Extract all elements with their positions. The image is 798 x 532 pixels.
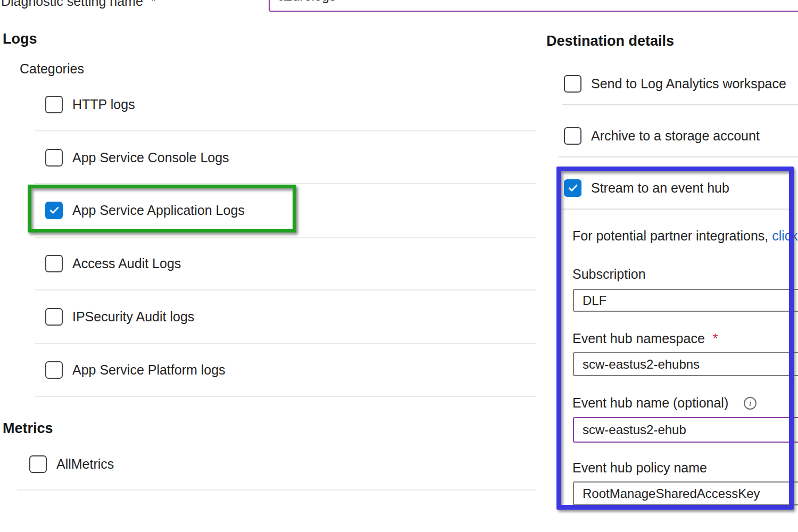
log-category-label: HTTP logs [72,97,135,112]
checkmark-icon [48,204,60,216]
checkbox-app-service-platform-logs[interactable] [45,361,63,379]
checkbox-ipsecurity-audit-logs[interactable] [45,308,63,326]
checkbox-access-audit-logs[interactable] [45,255,63,272]
subscription-value: DLF [583,293,606,308]
log-category-label: Access Audit Logs [72,256,181,271]
logs-heading: Logs [3,31,37,47]
destination-row-log-analytics: Send to Log Analytics workspace [564,74,786,93]
checkbox-stream-to-event-hub[interactable] [564,179,581,197]
metrics-row-allmetrics: AllMetrics [29,455,114,473]
checkbox-archive-to-storage[interactable] [564,127,581,145]
log-category-label: App Service Platform logs [72,362,226,378]
divider [35,343,536,344]
divider [35,237,536,238]
required-asterisk: * [151,0,156,9]
event-hub-policy-value: RootManageSharedAccessKey [583,486,760,501]
event-hub-namespace-select[interactable]: scw-eastus2-ehubns [573,352,798,376]
destination-row-event-hub: Stream to an event hub [564,179,729,197]
log-category-row-application-logs: App Service Application Logs [45,201,245,219]
required-asterisk: * [713,331,718,346]
checkbox-send-to-log-analytics[interactable] [564,75,581,93]
event-hub-name-label-text: Event hub name (optional) [572,395,728,410]
categories-label: Categories [20,61,84,77]
log-category-label: App Service Console Logs [72,150,229,165]
log-category-row-console-logs: App Service Console Logs [45,148,229,167]
diagnostic-setting-name-label-text: Diagnostic setting name [1,0,143,9]
metrics-label: AllMetrics [56,456,114,472]
divider [35,130,536,131]
event-hub-policy-name-label-text: Event hub policy name [572,460,707,475]
checkbox-http-logs[interactable] [45,96,63,113]
log-category-label: IPSecurity Audit logs [72,309,194,325]
diagnostic-settings-page: Diagnostic setting name * Logs Categorie… [0,0,798,532]
divider [17,489,536,491]
partner-integrations-text: For potential partner integrations, clic… [572,228,798,244]
log-category-label: App Service Application Logs [72,203,245,218]
event-hub-policy-name-label: Event hub policy name [572,460,707,476]
info-icon[interactable]: i [744,397,757,410]
event-hub-name-label: Event hub name (optional) [572,395,728,411]
destination-row-storage-account: Archive to a storage account [564,127,760,145]
log-category-row-platform-logs: App Service Platform logs [45,361,226,379]
subscription-label: Subscription [572,267,646,282]
divider [562,104,798,105]
event-hub-namespace-label-text: Event hub namespace [572,331,705,346]
diagnostic-setting-name-input[interactable] [269,0,798,12]
event-hub-name-select[interactable]: scw-eastus2-ehub [573,417,798,443]
divider [35,183,536,184]
diagnostic-setting-name-label: Diagnostic setting name * [1,0,156,9]
destination-option-label: Stream to an event hub [591,180,729,196]
info-icon-glyph: i [749,399,751,408]
checkbox-allmetrics[interactable] [29,455,47,473]
log-category-row-http-logs: HTTP logs [45,95,135,113]
subscription-label-text: Subscription [572,267,646,281]
divider [35,289,536,290]
checkbox-app-service-console-logs[interactable] [45,149,63,167]
log-category-row-access-audit-logs: Access Audit Logs [45,254,181,272]
subscription-select[interactable]: DLF [573,289,798,312]
event-hub-namespace-label: Event hub namespace * [572,331,718,346]
metrics-heading: Metrics [3,420,53,437]
partner-integrations-link[interactable]: click [772,228,798,243]
destination-option-label: Send to Log Analytics workspace [591,76,786,92]
event-hub-namespace-value: scw-eastus2-ehubns [583,357,700,372]
event-hub-policy-select[interactable]: RootManageSharedAccessKey [573,481,798,505]
log-category-row-ipsecurity-audit-logs: IPSecurity Audit logs [45,307,194,326]
divider [559,156,798,157]
divider [35,396,536,397]
checkbox-app-service-application-logs[interactable] [45,202,63,219]
destination-details-heading: Destination details [546,33,674,49]
divider [562,209,790,210]
checkmark-icon [567,182,579,194]
partner-integrations-prefix: For potential partner integrations, [572,228,768,243]
event-hub-name-value: scw-eastus2-ehub [583,422,686,437]
destination-option-label: Archive to a storage account [591,128,760,144]
